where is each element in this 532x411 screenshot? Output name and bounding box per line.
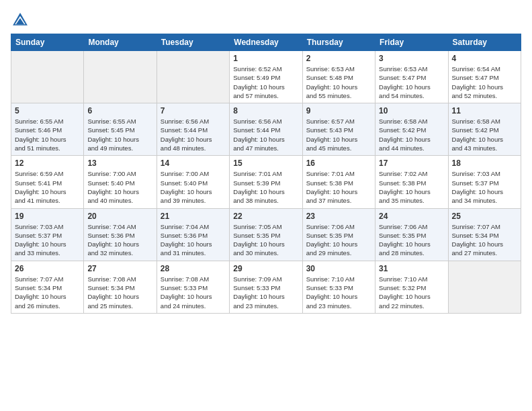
calendar-cell: 16Sunrise: 7:01 AM Sunset: 5:38 PM Dayli… <box>302 156 375 208</box>
calendar-cell: 17Sunrise: 7:02 AM Sunset: 5:38 PM Dayli… <box>375 156 448 208</box>
day-number: 18 <box>452 158 517 168</box>
calendar-cell: 8Sunrise: 6:56 AM Sunset: 5:44 PM Daylig… <box>230 103 302 156</box>
day-info: Sunrise: 6:56 AM Sunset: 5:44 PM Dayligh… <box>233 117 298 152</box>
day-number: 25 <box>452 212 517 221</box>
day-info: Sunrise: 7:09 AM Sunset: 5:33 PM Dayligh… <box>233 275 298 310</box>
day-number: 24 <box>379 212 444 221</box>
calendar-cell: 20Sunrise: 7:04 AM Sunset: 5:36 PM Dayli… <box>84 208 157 261</box>
calendar-cell: 29Sunrise: 7:09 AM Sunset: 5:33 PM Dayli… <box>230 261 302 313</box>
calendar-cell <box>11 51 84 103</box>
day-info: Sunrise: 7:10 AM Sunset: 5:32 PM Dayligh… <box>379 275 444 310</box>
logo-icon <box>11 11 30 30</box>
calendar-cell: 2Sunrise: 6:53 AM Sunset: 5:48 PM Daylig… <box>302 51 375 103</box>
day-number: 8 <box>233 106 298 116</box>
calendar-cell <box>157 51 229 103</box>
calendar: SundayMondayTuesdayWednesdayThursdayFrid… <box>11 34 521 314</box>
weekday-header: Monday <box>84 34 157 51</box>
day-number: 4 <box>452 54 517 63</box>
calendar-week-row: 5Sunrise: 6:55 AM Sunset: 5:46 PM Daylig… <box>11 103 521 156</box>
calendar-cell: 10Sunrise: 6:58 AM Sunset: 5:42 PM Dayli… <box>375 103 448 156</box>
calendar-week-row: 19Sunrise: 7:03 AM Sunset: 5:37 PM Dayli… <box>11 208 521 261</box>
day-info: Sunrise: 7:04 AM Sunset: 5:36 PM Dayligh… <box>161 222 226 258</box>
calendar-cell: 7Sunrise: 6:56 AM Sunset: 5:44 PM Daylig… <box>157 103 229 156</box>
calendar-cell: 13Sunrise: 7:00 AM Sunset: 5:40 PM Dayli… <box>84 156 157 208</box>
weekday-header: Saturday <box>448 34 521 51</box>
day-info: Sunrise: 6:53 AM Sunset: 5:48 PM Dayligh… <box>306 64 371 100</box>
logo <box>11 11 32 30</box>
day-info: Sunrise: 6:56 AM Sunset: 5:44 PM Dayligh… <box>161 117 226 152</box>
day-number: 19 <box>15 212 80 221</box>
calendar-week-row: 26Sunrise: 7:07 AM Sunset: 5:34 PM Dayli… <box>11 261 521 313</box>
day-number: 1 <box>233 54 298 63</box>
day-number: 5 <box>15 106 80 116</box>
day-info: Sunrise: 6:59 AM Sunset: 5:41 PM Dayligh… <box>15 169 80 205</box>
calendar-cell: 15Sunrise: 7:01 AM Sunset: 5:39 PM Dayli… <box>230 156 302 208</box>
calendar-cell: 11Sunrise: 6:58 AM Sunset: 5:42 PM Dayli… <box>448 103 521 156</box>
day-info: Sunrise: 6:55 AM Sunset: 5:45 PM Dayligh… <box>87 117 152 152</box>
calendar-cell: 27Sunrise: 7:08 AM Sunset: 5:34 PM Dayli… <box>84 261 157 313</box>
calendar-cell: 30Sunrise: 7:10 AM Sunset: 5:33 PM Dayli… <box>302 261 375 313</box>
day-info: Sunrise: 6:55 AM Sunset: 5:46 PM Dayligh… <box>15 117 80 152</box>
day-number: 17 <box>379 158 444 168</box>
weekday-header-row: SundayMondayTuesdayWednesdayThursdayFrid… <box>11 34 521 51</box>
day-number: 7 <box>161 106 226 116</box>
calendar-cell: 18Sunrise: 7:03 AM Sunset: 5:37 PM Dayli… <box>448 156 521 208</box>
day-info: Sunrise: 7:01 AM Sunset: 5:39 PM Dayligh… <box>233 169 298 205</box>
day-info: Sunrise: 7:00 AM Sunset: 5:40 PM Dayligh… <box>87 169 152 205</box>
calendar-cell <box>84 51 157 103</box>
day-number: 20 <box>87 212 152 221</box>
day-info: Sunrise: 7:00 AM Sunset: 5:40 PM Dayligh… <box>161 169 226 205</box>
day-info: Sunrise: 7:06 AM Sunset: 5:35 PM Dayligh… <box>306 222 371 258</box>
calendar-cell: 4Sunrise: 6:54 AM Sunset: 5:47 PM Daylig… <box>448 51 521 103</box>
calendar-cell: 3Sunrise: 6:53 AM Sunset: 5:47 PM Daylig… <box>375 51 448 103</box>
day-info: Sunrise: 7:03 AM Sunset: 5:37 PM Dayligh… <box>15 222 80 258</box>
day-number: 3 <box>379 54 444 63</box>
calendar-week-row: 12Sunrise: 6:59 AM Sunset: 5:41 PM Dayli… <box>11 156 521 208</box>
day-info: Sunrise: 7:07 AM Sunset: 5:34 PM Dayligh… <box>452 222 517 258</box>
day-number: 23 <box>306 212 371 221</box>
calendar-cell: 26Sunrise: 7:07 AM Sunset: 5:34 PM Dayli… <box>11 261 84 313</box>
day-info: Sunrise: 6:57 AM Sunset: 5:43 PM Dayligh… <box>306 117 371 152</box>
weekday-header: Tuesday <box>157 34 229 51</box>
day-number: 2 <box>306 54 371 63</box>
calendar-cell: 14Sunrise: 7:00 AM Sunset: 5:40 PM Dayli… <box>157 156 229 208</box>
day-info: Sunrise: 6:58 AM Sunset: 5:42 PM Dayligh… <box>379 117 444 152</box>
day-number: 14 <box>161 158 226 168</box>
day-info: Sunrise: 7:01 AM Sunset: 5:38 PM Dayligh… <box>306 169 371 205</box>
calendar-cell: 25Sunrise: 7:07 AM Sunset: 5:34 PM Dayli… <box>448 208 521 261</box>
day-info: Sunrise: 7:10 AM Sunset: 5:33 PM Dayligh… <box>306 275 371 310</box>
day-info: Sunrise: 6:54 AM Sunset: 5:47 PM Dayligh… <box>452 64 517 100</box>
page-header <box>11 11 521 30</box>
day-number: 22 <box>233 212 298 221</box>
day-number: 30 <box>306 264 371 273</box>
calendar-cell <box>448 261 521 313</box>
day-number: 28 <box>161 264 226 273</box>
weekday-header: Wednesday <box>230 34 302 51</box>
day-info: Sunrise: 7:03 AM Sunset: 5:37 PM Dayligh… <box>452 169 517 205</box>
calendar-cell: 6Sunrise: 6:55 AM Sunset: 5:45 PM Daylig… <box>84 103 157 156</box>
day-number: 21 <box>161 212 226 221</box>
day-info: Sunrise: 7:08 AM Sunset: 5:33 PM Dayligh… <box>161 275 226 310</box>
day-number: 9 <box>306 106 371 116</box>
calendar-cell: 21Sunrise: 7:04 AM Sunset: 5:36 PM Dayli… <box>157 208 229 261</box>
weekday-header: Sunday <box>11 34 84 51</box>
day-info: Sunrise: 6:58 AM Sunset: 5:42 PM Dayligh… <box>452 117 517 152</box>
day-number: 26 <box>15 264 80 273</box>
calendar-cell: 12Sunrise: 6:59 AM Sunset: 5:41 PM Dayli… <box>11 156 84 208</box>
day-number: 16 <box>306 158 371 168</box>
calendar-cell: 24Sunrise: 7:06 AM Sunset: 5:35 PM Dayli… <box>375 208 448 261</box>
day-number: 6 <box>87 106 152 116</box>
calendar-cell: 19Sunrise: 7:03 AM Sunset: 5:37 PM Dayli… <box>11 208 84 261</box>
calendar-cell: 5Sunrise: 6:55 AM Sunset: 5:46 PM Daylig… <box>11 103 84 156</box>
day-number: 31 <box>379 264 444 273</box>
day-number: 10 <box>379 106 444 116</box>
day-info: Sunrise: 6:53 AM Sunset: 5:47 PM Dayligh… <box>379 64 444 100</box>
calendar-week-row: 1Sunrise: 6:52 AM Sunset: 5:49 PM Daylig… <box>11 51 521 103</box>
calendar-cell: 31Sunrise: 7:10 AM Sunset: 5:32 PM Dayli… <box>375 261 448 313</box>
calendar-cell: 28Sunrise: 7:08 AM Sunset: 5:33 PM Dayli… <box>157 261 229 313</box>
calendar-cell: 1Sunrise: 6:52 AM Sunset: 5:49 PM Daylig… <box>230 51 302 103</box>
day-info: Sunrise: 7:04 AM Sunset: 5:36 PM Dayligh… <box>87 222 152 258</box>
weekday-header: Friday <box>375 34 448 51</box>
day-number: 29 <box>233 264 298 273</box>
day-info: Sunrise: 6:52 AM Sunset: 5:49 PM Dayligh… <box>233 64 298 100</box>
